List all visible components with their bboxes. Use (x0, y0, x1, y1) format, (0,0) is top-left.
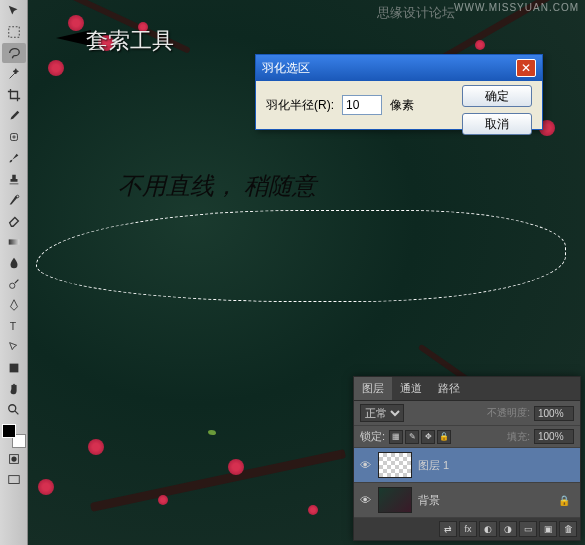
fill-label: 填充: (507, 430, 530, 444)
zoom-tool[interactable] (2, 400, 26, 420)
layer-thumbnail[interactable] (378, 487, 412, 513)
color-swatches[interactable] (2, 424, 26, 448)
crop-tool[interactable] (2, 85, 26, 105)
ok-button[interactable]: 确定 (462, 85, 532, 107)
radius-input[interactable] (342, 95, 382, 115)
eraser-tool[interactable] (2, 211, 26, 231)
radius-unit: 像素 (390, 97, 414, 114)
tab-layers[interactable]: 图层 (354, 377, 392, 400)
svg-point-4 (10, 283, 15, 288)
layer-item[interactable]: 👁 图层 1 (354, 448, 580, 483)
svg-point-2 (16, 195, 19, 198)
watermark-text: 思缘设计论坛 (377, 4, 455, 22)
cancel-button[interactable]: 取消 (462, 113, 532, 135)
path-select-tool[interactable] (2, 337, 26, 357)
tab-channels[interactable]: 通道 (392, 377, 430, 400)
brush-tool[interactable] (2, 148, 26, 168)
opacity-value[interactable]: 100% (534, 406, 574, 421)
svg-point-7 (9, 405, 16, 412)
shape-tool[interactable] (2, 358, 26, 378)
visibility-icon[interactable]: 👁 (358, 493, 372, 507)
stamp-tool[interactable] (2, 169, 26, 189)
eyedropper-tool[interactable] (2, 106, 26, 126)
adjustment-icon[interactable]: ◑ (499, 521, 517, 537)
fill-value[interactable]: 100% (534, 429, 574, 444)
fg-color-swatch[interactable] (2, 424, 16, 438)
lock-label: 锁定: (360, 429, 385, 444)
visibility-icon[interactable]: 👁 (358, 458, 372, 472)
pen-tool[interactable] (2, 295, 26, 315)
screenmode-toggle[interactable] (2, 470, 26, 490)
flower-deco (48, 60, 64, 76)
selection-marquee (36, 210, 566, 302)
svg-rect-0 (9, 27, 20, 38)
fx-icon[interactable]: fx (459, 521, 477, 537)
close-icon[interactable]: ✕ (516, 59, 536, 77)
dialog-title-text: 羽化选区 (262, 60, 310, 77)
layers-footer: ⇄ fx ◐ ◑ ▭ ▣ 🗑 (354, 518, 580, 540)
group-icon[interactable]: ▭ (519, 521, 537, 537)
opacity-label: 不透明度: (487, 406, 530, 420)
flower-deco (475, 40, 485, 50)
svg-rect-3 (9, 239, 20, 244)
radius-label: 羽化半径(R): (266, 97, 334, 114)
dodge-tool[interactable] (2, 274, 26, 294)
svg-rect-6 (10, 364, 19, 373)
svg-rect-10 (9, 476, 20, 484)
flower-deco (228, 459, 244, 475)
leaf-deco (208, 430, 216, 435)
lock-transparency-icon[interactable]: ▦ (389, 430, 403, 444)
flower-deco (38, 479, 54, 495)
mask-icon[interactable]: ◐ (479, 521, 497, 537)
quickmask-toggle[interactable] (2, 449, 26, 469)
flower-deco (308, 505, 318, 515)
new-layer-icon[interactable]: ▣ (539, 521, 557, 537)
flower-deco (88, 439, 104, 455)
type-tool[interactable]: T (2, 316, 26, 336)
delete-layer-icon[interactable]: 🗑 (559, 521, 577, 537)
heal-tool[interactable] (2, 127, 26, 147)
flower-deco (68, 15, 84, 31)
toolbox: T (0, 0, 28, 545)
blend-mode-select[interactable]: 正常 (360, 404, 404, 422)
branch-deco (90, 449, 346, 512)
svg-text:T: T (10, 320, 17, 332)
wand-tool[interactable] (2, 64, 26, 84)
feather-dialog: 羽化选区 ✕ 羽化半径(R): 像素 确定 取消 (255, 54, 543, 130)
hand-tool[interactable] (2, 379, 26, 399)
move-tool[interactable] (2, 1, 26, 21)
lock-position-icon[interactable]: ✥ (421, 430, 435, 444)
layer-name-label[interactable]: 图层 1 (418, 458, 449, 473)
layer-item[interactable]: 👁 背景 🔒 (354, 483, 580, 518)
lock-icon: 🔒 (558, 495, 570, 506)
lock-all-icon[interactable]: 🔒 (437, 430, 451, 444)
marquee-tool[interactable] (2, 22, 26, 42)
link-layers-icon[interactable]: ⇄ (439, 521, 457, 537)
svg-point-9 (11, 456, 16, 461)
tab-paths[interactable]: 路径 (430, 377, 468, 400)
blur-tool[interactable] (2, 253, 26, 273)
panel-tabs: 图层 通道 路径 (354, 377, 580, 401)
freehand-note: 不用直线， 稍随意 (118, 170, 316, 202)
gradient-tool[interactable] (2, 232, 26, 252)
lock-pixels-icon[interactable]: ✎ (405, 430, 419, 444)
dialog-titlebar[interactable]: 羽化选区 ✕ (256, 55, 542, 81)
lasso-callout: 套索工具 (86, 26, 174, 56)
layer-list: 👁 图层 1 👁 背景 🔒 (354, 448, 580, 518)
lasso-tool[interactable] (2, 43, 26, 63)
flower-deco (158, 495, 168, 505)
layer-name-label[interactable]: 背景 (418, 493, 440, 508)
layer-thumbnail[interactable] (378, 452, 412, 478)
watermark-url: WWW.MISSYUAN.COM (454, 2, 579, 13)
history-brush-tool[interactable] (2, 190, 26, 210)
layers-panel: 图层 通道 路径 正常 不透明度: 100% 锁定: ▦ ✎ ✥ 🔒 填充: 1… (353, 376, 581, 541)
